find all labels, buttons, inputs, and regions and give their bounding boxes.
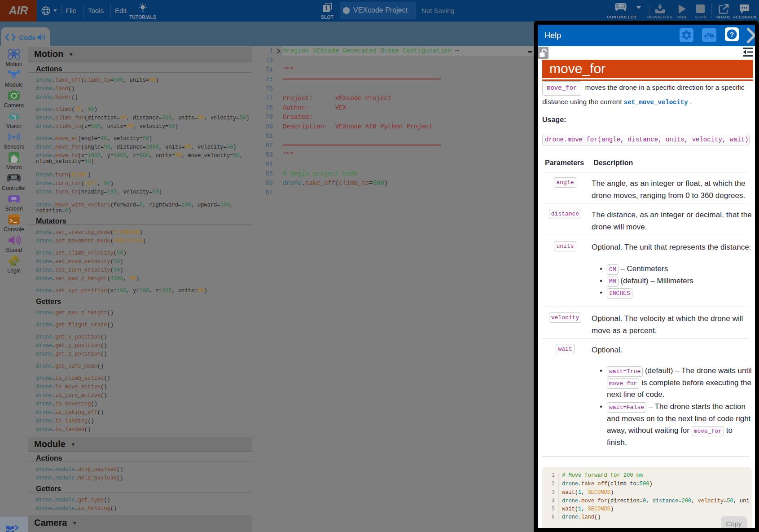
svg-text:1: 1 [325, 5, 328, 12]
svg-text:?: ? [730, 31, 734, 38]
